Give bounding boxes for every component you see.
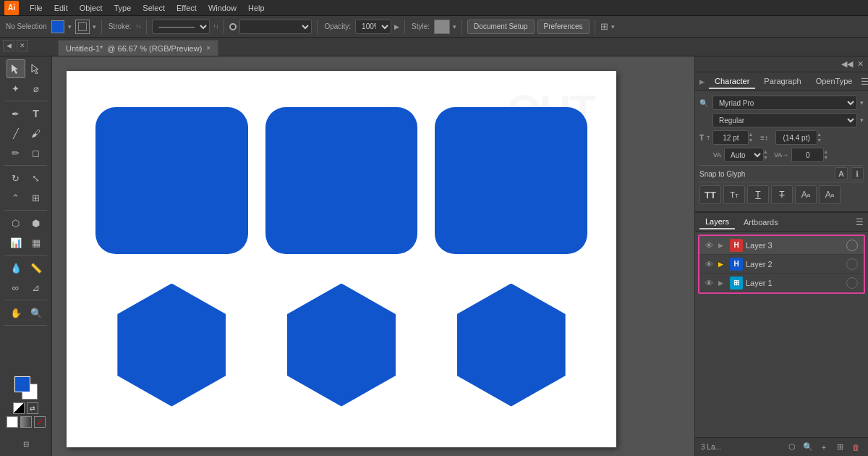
color-mode-solid[interactable] [7, 416, 18, 428]
new-layer-btn[interactable]: + [817, 441, 830, 454]
panel-collapse-arrows[interactable]: ◀ ✕ [3, 40, 28, 51]
menu-type[interactable]: Type [109, 2, 137, 14]
hexagon-2[interactable] [287, 284, 396, 407]
tab-paragraph[interactable]: Paragraph [758, 75, 807, 89]
layer-3-expand[interactable]: ▶ [718, 242, 727, 249]
panel-expand-btn[interactable]: ◀◀ [841, 59, 853, 69]
rounded-rect-3[interactable] [435, 107, 587, 254]
style-box[interactable] [434, 20, 450, 34]
pencil-tool[interactable]: ✏ [7, 143, 25, 162]
tab-close-btn[interactable]: × [206, 44, 210, 52]
stroke-weight-select[interactable]: ————— [152, 20, 210, 34]
tab-opentype[interactable]: OpenType [810, 75, 859, 89]
lasso-tool[interactable]: ⌀ [27, 79, 46, 98]
collect-in-new-layer-btn[interactable]: ⊞ [833, 441, 846, 454]
arrange-icon[interactable]: ⊞ [600, 21, 608, 32]
tracking-down[interactable]: ▼ [823, 155, 828, 161]
point-size-select[interactable]: 5 pt. Round [239, 20, 312, 34]
layer-1-visibility[interactable]: 👁 [702, 276, 715, 290]
opacity-select[interactable]: 100% [355, 20, 391, 34]
direct-selection-tool[interactable] [27, 59, 46, 78]
locate-object-btn[interactable]: 🔍 [801, 441, 814, 454]
document-tab[interactable]: Untitled-1* @ 66.67 % (RGB/Preview) × [58, 40, 218, 56]
pen-tool[interactable]: ✒ [7, 104, 25, 123]
menu-file[interactable]: File [25, 2, 48, 14]
font-family-select[interactable]: Myriad Pro [712, 96, 857, 110]
text-style-underline[interactable]: T [747, 185, 769, 204]
font-family-dropdown[interactable]: ▾ [860, 99, 864, 106]
layer-2-visibility[interactable]: 👁 [702, 258, 715, 271]
tracking-up[interactable]: ▲ [823, 149, 828, 155]
fill-color-box[interactable] [51, 20, 64, 33]
menu-select[interactable]: Select [137, 2, 170, 14]
foreground-color-box[interactable] [14, 376, 30, 392]
tab-artboards[interactable]: Artboards [738, 216, 784, 229]
menu-edit[interactable]: Edit [49, 2, 73, 14]
leading-down[interactable]: ▼ [817, 138, 822, 143]
font-size-input[interactable] [712, 130, 749, 145]
line-tool[interactable]: ╱ [7, 124, 25, 143]
document-setup-button[interactable]: Document Setup [467, 20, 535, 34]
color-mode-gradient[interactable] [20, 416, 32, 428]
delete-layer-btn[interactable]: 🗑 [849, 441, 862, 454]
tab-layers[interactable]: Layers [699, 215, 735, 229]
eyedropper-tool[interactable]: 💧 [7, 258, 25, 277]
panel-collapse-left[interactable]: ◀ [3, 40, 14, 51]
layer-3-visibility[interactable]: 👁 [702, 239, 715, 252]
default-colors-btn[interactable] [13, 402, 25, 414]
graph-tool[interactable]: 📊 [7, 233, 25, 252]
leading-up[interactable]: ▲ [817, 132, 822, 138]
kern-select[interactable]: Auto [724, 148, 764, 162]
selection-tool[interactable] [7, 59, 25, 78]
scale-tool[interactable]: ⤡ [27, 169, 46, 187]
layer-1-expand[interactable]: ▶ [718, 279, 727, 287]
layer-row-3[interactable]: 👁 ▶ H Layer 3 [699, 236, 864, 255]
magic-wand-tool[interactable]: ✦ [7, 79, 25, 98]
hand-tool[interactable]: ✋ [7, 303, 25, 322]
menu-object[interactable]: Object [75, 2, 108, 14]
panel-close[interactable]: ✕ [17, 40, 28, 51]
layer-1-target[interactable] [846, 277, 858, 289]
live-paint-tool[interactable]: ⬢ [27, 214, 46, 232]
snap-icon-info[interactable]: ℹ [851, 167, 864, 180]
fill-mode-btn[interactable] [75, 20, 90, 34]
layer-3-target[interactable] [846, 240, 858, 251]
rounded-rect-1[interactable] [95, 107, 248, 254]
menu-help[interactable]: Help [243, 2, 270, 14]
measure-tool[interactable]: 📏 [27, 258, 46, 277]
eraser-tool[interactable]: ◻ [27, 143, 46, 162]
kern-spinner[interactable]: ▲ ▼ [763, 149, 768, 160]
change-screen-mode[interactable]: ⊟ [13, 434, 39, 453]
make-clip-mask-btn[interactable]: ⬡ [786, 441, 799, 454]
menu-effect[interactable]: Effect [171, 2, 202, 14]
text-style-subscript[interactable]: Aa [819, 185, 841, 204]
panel-close-btn[interactable]: ✕ [857, 59, 864, 69]
kern-down[interactable]: ▼ [763, 155, 768, 161]
text-style-strikethrough[interactable]: T [771, 185, 793, 204]
hexagon-1[interactable] [117, 284, 226, 407]
blend-tool[interactable]: ∞ [7, 278, 25, 297]
layer-row-1[interactable]: 👁 ▶ ⊞ Layer 1 [699, 274, 864, 292]
warp-tool[interactable]: ⌃ [7, 188, 25, 207]
font-style-select[interactable]: Regular [712, 113, 857, 127]
type-tool[interactable]: T [27, 104, 46, 123]
swap-colors-btn[interactable]: ⇄ [27, 402, 38, 414]
snap-icon-1[interactable]: A [835, 167, 848, 180]
font-size-up[interactable]: ▲ [748, 132, 753, 138]
shape-builder[interactable]: ⬡ [7, 214, 25, 232]
layers-panel-menu-btn[interactable]: ☰ [856, 218, 864, 227]
font-size-spinner[interactable]: ▲ ▼ [748, 132, 753, 143]
hexagon-3[interactable] [457, 284, 566, 407]
column-graph-tool[interactable]: ▦ [27, 233, 46, 252]
leading-spinner[interactable]: ▲ ▼ [817, 132, 822, 143]
free-transform[interactable]: ⊞ [27, 188, 46, 207]
tracking-input[interactable] [791, 148, 824, 162]
text-style-tt-small[interactable]: Tt [723, 185, 745, 204]
rotate-tool[interactable]: ↻ [7, 169, 25, 187]
layer-2-expand[interactable]: ▶ [718, 261, 727, 268]
zoom-tool[interactable]: 🔍 [27, 303, 46, 322]
font-size-down[interactable]: ▼ [748, 138, 753, 143]
layer-2-target[interactable] [846, 258, 858, 270]
color-mode-none[interactable] [34, 416, 46, 428]
char-panel-collapse-icon[interactable]: ▶ [699, 78, 705, 85]
